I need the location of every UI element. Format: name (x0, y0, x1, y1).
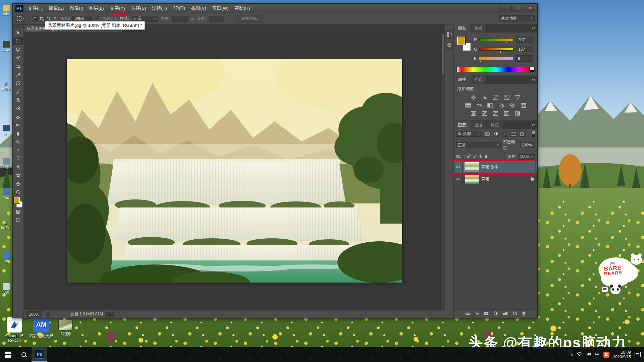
intersect-selection-button[interactable] (52, 16, 58, 21)
menu-filter[interactable]: 滤镜(T) (149, 4, 170, 13)
start-button[interactable] (0, 347, 16, 362)
desktop-icon-folder[interactable]: Adm (0, 5, 12, 16)
type-filter-icon[interactable]: T (501, 131, 508, 137)
canvas-area[interactable] (24, 32, 445, 310)
g-value[interactable]: 157 (516, 46, 533, 52)
invert-icon[interactable] (470, 111, 477, 116)
b-value[interactable]: 6 (516, 55, 533, 62)
hue-saturation-icon[interactable] (464, 103, 472, 108)
status-options-arrow[interactable]: ▶ (106, 312, 114, 317)
desktop-icon-this-pc[interactable]: 此 (0, 125, 12, 137)
desktop-icon-autodesk[interactable]: Aut (0, 188, 12, 199)
clone-stamp-tool[interactable] (13, 96, 23, 104)
photo-filter-icon[interactable] (497, 103, 505, 108)
color-swatches[interactable] (14, 197, 22, 207)
history-brush-tool[interactable] (13, 104, 23, 112)
canvas-scrollbar[interactable] (442, 33, 444, 309)
desktop-icon-recycle[interactable]: 回 (0, 158, 12, 170)
lock-all-icon[interactable] (484, 154, 488, 159)
threshold-icon[interactable] (492, 111, 499, 116)
blur-tool[interactable] (13, 129, 23, 137)
selective-color-icon[interactable] (503, 111, 511, 116)
tab-paths[interactable]: 路径 (487, 121, 503, 129)
width-input[interactable] (172, 16, 188, 22)
maximize-button[interactable]: ▢ (512, 5, 523, 11)
desktop-icon-image[interactable]: 1748 (0, 41, 12, 52)
blend-mode-select[interactable]: 正常▲▼ (456, 142, 501, 148)
layer-style-icon[interactable]: fx (476, 312, 479, 316)
quick-mask-button[interactable] (13, 207, 23, 216)
fill-field[interactable]: 100%▾ (518, 154, 535, 160)
wifi-icon[interactable] (577, 352, 583, 358)
menu-window[interactable]: 窗口(W) (209, 4, 232, 13)
crop-tool[interactable] (13, 62, 23, 70)
layer-thumbnail[interactable] (465, 175, 479, 184)
color-lookup-icon[interactable] (520, 103, 527, 108)
color-balance-icon[interactable] (475, 103, 483, 108)
channel-mixer-icon[interactable] (508, 103, 516, 108)
layer-name[interactable]: 背景 (481, 176, 489, 182)
add-mask-icon[interactable] (484, 311, 489, 316)
tab-styles[interactable]: 样式 (470, 75, 487, 84)
tray-chevron-icon[interactable]: ∧ (571, 352, 573, 357)
b-slider[interactable]: ▲ (479, 57, 513, 60)
pen-tool[interactable] (13, 146, 23, 154)
r-slider[interactable]: ▲ (479, 38, 514, 41)
path-selection-tool[interactable] (13, 163, 23, 171)
desktop-icon-screenshot[interactable]: 截图4 (51, 320, 80, 337)
spot-healing-brush-tool[interactable] (13, 79, 23, 87)
tab-channels[interactable]: 通道 (470, 121, 487, 129)
menu-type[interactable]: 文字(Y) (107, 4, 128, 13)
brush-tool[interactable] (13, 87, 23, 96)
height-input[interactable] (209, 16, 224, 22)
curves-icon[interactable] (492, 95, 499, 100)
new-layer-icon[interactable] (513, 311, 517, 316)
workspace-switcher[interactable]: 基本功能▲▼ (499, 15, 535, 21)
tab-adjustments[interactable]: 调整 (454, 75, 470, 84)
vibrance-icon[interactable] (514, 95, 522, 100)
menu-help[interactable]: 帮助(H) (231, 4, 253, 13)
menu-layer[interactable]: 图层(L) (86, 4, 107, 13)
menu-image[interactable]: 图像(I) (67, 4, 86, 13)
g-slider[interactable]: ▲ (479, 48, 514, 51)
quick-selection-tool[interactable] (13, 54, 23, 62)
foreground-color-swatch[interactable] (14, 197, 20, 203)
close-button[interactable]: ✕ (524, 5, 535, 11)
lasso-tool[interactable] (13, 45, 23, 54)
smart-object-filter-icon[interactable] (519, 131, 526, 137)
menu-select[interactable]: 选择(S) (128, 4, 149, 13)
desktop-icon-360[interactable]: 360 (0, 283, 12, 294)
new-selection-button[interactable] (32, 16, 38, 21)
scrubby-zoom-icon[interactable] (46, 312, 50, 317)
properties-panel-button[interactable] (446, 41, 453, 50)
feather-input[interactable]: 0像素 (72, 16, 92, 22)
menu-view[interactable]: 视图(V) (188, 4, 209, 13)
desktop-icon-ie2[interactable]: eInt Exp (0, 219, 12, 230)
layer-row-background-copy[interactable]: 背景 副本 (454, 161, 537, 173)
menu-edit[interactable]: 编辑(E) (46, 4, 67, 13)
brightness-contrast-icon[interactable] (470, 95, 477, 100)
gradient-map-icon[interactable] (514, 111, 522, 116)
volume-icon[interactable] (586, 352, 591, 358)
ime-indicator[interactable]: 中 (595, 352, 600, 358)
style-select[interactable]: 正常▲▼ (132, 16, 158, 22)
black-white-icon[interactable] (486, 103, 494, 108)
layer-thumbnail[interactable] (465, 163, 479, 172)
minimize-button[interactable]: — (499, 5, 511, 11)
layer-name[interactable]: 背景 副本 (481, 164, 498, 170)
opacity-field[interactable]: 100%▾ (520, 142, 535, 148)
move-tool[interactable] (13, 28, 23, 37)
refine-edge-button[interactable]: 调整边缘... (237, 15, 264, 22)
foreground-color-swatch[interactable] (457, 37, 465, 45)
gradient-tool[interactable] (13, 121, 23, 129)
taskbar-photoshop-button[interactable]: Ps (32, 347, 47, 362)
shape-filter-icon[interactable] (510, 131, 517, 137)
exposure-icon[interactable] (503, 95, 511, 100)
eyedropper-tool[interactable] (13, 70, 23, 79)
new-adjustment-icon[interactable] (494, 311, 498, 316)
action-center-icon[interactable] (635, 352, 641, 357)
desktop-icon-ie[interactable]: eInt Exp (0, 80, 12, 91)
taskbar-search-button[interactable] (16, 347, 32, 362)
filter-toggle[interactable] (532, 131, 535, 137)
lock-position-icon[interactable] (478, 154, 482, 159)
